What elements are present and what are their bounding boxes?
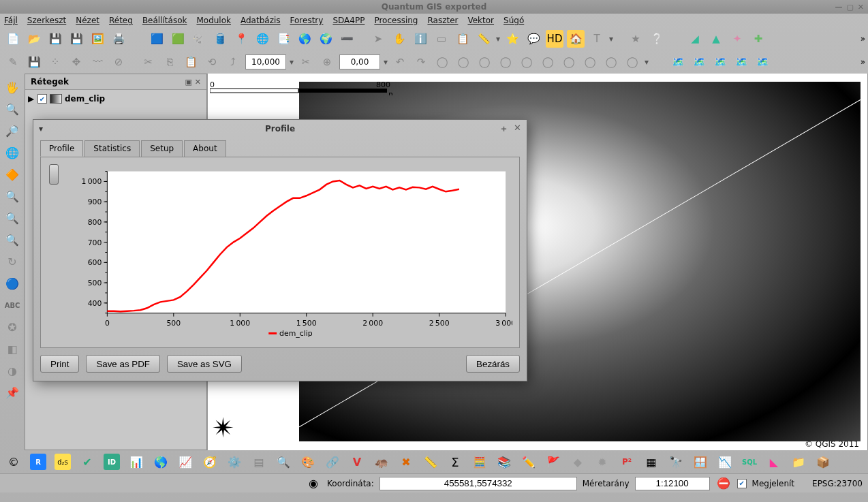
format-icon[interactable]: ★	[627, 30, 645, 48]
save-pdf-button[interactable]: Save as PDF	[86, 355, 160, 373]
menu-item[interactable]: Raszter	[427, 16, 458, 25]
search-icon[interactable]: 🔍	[275, 454, 292, 470]
save-svg-button[interactable]: Save as SVG	[167, 355, 242, 373]
dialog-minimize-icon[interactable]: ▾	[39, 124, 43, 134]
x-icon[interactable]: ✖	[398, 454, 414, 470]
r-icon[interactable]: R	[30, 454, 46, 470]
zoomsel-icon[interactable]: 🔶	[4, 166, 20, 183]
gps-icon[interactable]: 🧭	[202, 454, 218, 470]
zoomnext-icon[interactable]: 🔍	[4, 232, 20, 248]
d2s-icon[interactable]: d₂s	[55, 454, 71, 470]
abc-icon[interactable]: ABC	[4, 297, 20, 313]
print-button[interactable]: Print	[40, 355, 79, 373]
menu-item[interactable]: Modulok	[196, 16, 231, 25]
identify-icon[interactable]: ℹ️	[412, 30, 429, 48]
lock-icon[interactable]: ◑	[4, 362, 20, 379]
layer-icon[interactable]: ▤	[251, 454, 267, 470]
save-icon[interactable]: 💾	[46, 30, 64, 48]
add-vector-icon[interactable]: 🟦	[148, 30, 166, 48]
zoomlast-icon[interactable]: 🔍	[4, 210, 20, 226]
menu-item[interactable]: Adatbázis	[241, 16, 281, 25]
menu-item[interactable]: Nézet	[76, 16, 99, 25]
attribute-icon[interactable]: 📋	[454, 30, 471, 48]
menu-item[interactable]: SDA4PP	[332, 16, 365, 25]
add-wms-icon[interactable]: 🌐	[253, 30, 271, 48]
remove-layer-icon[interactable]: ➖	[338, 30, 356, 48]
zoomglobe-icon[interactable]: 🌐	[4, 144, 20, 161]
dock-icon[interactable]: ▣	[185, 78, 191, 87]
ruler-icon[interactable]: 📏	[422, 454, 439, 470]
print-icon[interactable]: 🖨️	[110, 30, 127, 48]
add-raster-icon[interactable]: 🟩	[169, 30, 187, 48]
tab-about[interactable]: About	[184, 140, 226, 157]
menu-item[interactable]: Vektor	[467, 16, 494, 25]
add-wfs2-icon[interactable]: 🌍	[317, 30, 335, 48]
refresh-icon[interactable]: ↻	[4, 253, 20, 270]
color-icon[interactable]: 🎨	[300, 454, 316, 470]
flag-icon[interactable]: 🚩	[545, 454, 561, 470]
v-icon[interactable]: V	[349, 454, 365, 470]
sigma-icon[interactable]: Σ	[447, 454, 463, 470]
tab-statistics[interactable]: Statistics	[84, 140, 140, 157]
layer-item[interactable]: ▶ ✔ dem_clip	[28, 94, 204, 104]
mosaic-icon[interactable]: ▦	[643, 454, 660, 470]
clip-icon[interactable]: ◆	[570, 454, 586, 470]
fld-icon[interactable]: ✪	[4, 319, 20, 335]
chart-slider[interactable]	[48, 163, 60, 342]
box-icon[interactable]: 📦	[815, 454, 831, 470]
add-wfs-icon[interactable]: 🌎	[296, 30, 313, 48]
georef2-icon[interactable]: 🗺️	[690, 53, 708, 71]
copyright-icon[interactable]: ©	[5, 454, 22, 470]
scale-input[interactable]	[635, 477, 710, 490]
georef3-icon[interactable]: 🗺️	[711, 53, 729, 71]
profile-icon[interactable]: 📈	[177, 454, 193, 470]
plugin-a-icon[interactable]: ◢	[686, 30, 704, 48]
puzzle-icon[interactable]: ◣	[766, 454, 782, 470]
expand-icon[interactable]: ▶	[28, 94, 35, 104]
sql-icon[interactable]: SQL	[741, 454, 758, 470]
render-checkbox[interactable]: ✔	[737, 479, 747, 488]
plugin-b-icon[interactable]: ▲	[707, 30, 725, 48]
close-button[interactable]: Bezárás	[466, 355, 520, 373]
georef1-icon[interactable]: 🗺️	[669, 53, 687, 71]
plugin-d-icon[interactable]: ✚	[749, 30, 767, 48]
chart-icon[interactable]: 📉	[717, 454, 733, 470]
link-icon[interactable]: 🔗	[324, 454, 341, 470]
binoculars-icon[interactable]: 🔭	[668, 454, 684, 470]
zoomin-icon[interactable]: 🔍	[4, 101, 20, 117]
edit2-icon[interactable]: ✏️	[521, 454, 537, 470]
text-icon[interactable]: T	[588, 30, 606, 48]
zoomout-icon[interactable]: 🔎	[4, 123, 20, 139]
add-postgis-icon[interactable]: 🐘	[190, 30, 208, 48]
print-composer-icon[interactable]: 🖼️	[89, 30, 106, 48]
tab-setup[interactable]: Setup	[141, 140, 183, 157]
home-icon[interactable]: 🏠	[567, 30, 585, 48]
visibility-checkbox[interactable]: ✔	[37, 94, 47, 104]
menu-item[interactable]: Processing	[374, 16, 418, 25]
close-icon[interactable]: ✕	[858, 3, 864, 12]
dialog-close-icon[interactable]: ✕	[514, 123, 521, 135]
stack-icon[interactable]: 📚	[496, 454, 512, 470]
more2-icon[interactable]: »	[861, 57, 865, 67]
new-icon[interactable]: 📄	[4, 30, 22, 48]
menu-item[interactable]: Fájl	[4, 16, 18, 25]
folder-icon[interactable]: 📁	[790, 454, 807, 470]
plugin-c-icon[interactable]: ✦	[728, 30, 746, 48]
epsg-label[interactable]: EPSG:23700	[812, 479, 863, 488]
add-db-icon[interactable]: 🛢️	[211, 30, 229, 48]
bookmark-icon[interactable]: ⭐	[503, 30, 521, 48]
raster-stats-icon[interactable]: 📊	[128, 454, 144, 470]
open-icon[interactable]: 📂	[25, 30, 43, 48]
georef4-icon[interactable]: 🗺️	[732, 53, 750, 71]
menu-item[interactable]: Súgó	[503, 16, 524, 25]
saveas-icon[interactable]: 💾	[67, 30, 85, 48]
close-panel-icon[interactable]: ✕	[195, 78, 201, 87]
offset-input[interactable]: 0,00	[339, 54, 380, 69]
calc-icon[interactable]: 🧮	[471, 454, 488, 470]
add-csv-icon[interactable]: 📑	[275, 30, 292, 48]
burst-icon[interactable]: ✹	[594, 454, 610, 470]
globe-icon[interactable]: 🔵	[4, 275, 20, 292]
help-icon[interactable]: ❔	[648, 30, 666, 48]
grab-icon[interactable]: 🖐️	[4, 79, 20, 95]
tab-profile[interactable]: Profile	[40, 140, 83, 157]
